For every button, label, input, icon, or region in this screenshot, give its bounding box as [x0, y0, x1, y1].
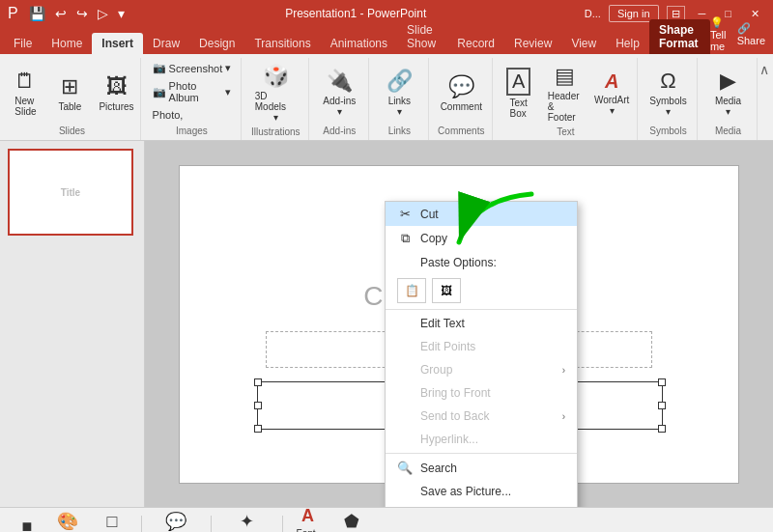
quick-access-present[interactable]: ▷: [95, 5, 111, 22]
tab-transitions[interactable]: Transitions: [244, 33, 320, 54]
links-dropdown[interactable]: ▾: [397, 106, 402, 117]
quick-access-undo[interactable]: ↩: [52, 5, 70, 22]
tab-record[interactable]: Record: [447, 33, 504, 54]
ctx-save-picture[interactable]: Save as Picture...: [386, 480, 577, 503]
group-arrow: ›: [562, 365, 565, 376]
search-icon: 🔍: [397, 461, 413, 475]
3dmodels-dropdown[interactable]: ▾: [273, 112, 278, 123]
photo-album-icon: 📷: [153, 86, 166, 98]
handle-ml[interactable]: [254, 402, 262, 409]
ctx-group: Group ›: [386, 358, 577, 381]
tab-slideshow[interactable]: Slide Show: [397, 19, 447, 54]
paste-option-keep-source[interactable]: 📋: [397, 278, 426, 303]
ribbon-group-comments: 💬 Comment Comments: [431, 58, 493, 140]
tab-home[interactable]: Home: [42, 33, 92, 54]
media-icon: ▶: [720, 69, 736, 94]
3dmodels-button[interactable]: 🎲 3D Models ▾: [249, 60, 302, 126]
toolbar-separator-1: [141, 516, 142, 533]
shape-effects-icon: ⬟: [344, 511, 359, 532]
addins-dropdown[interactable]: ▾: [337, 106, 342, 117]
handle-tl[interactable]: [254, 378, 262, 386]
slide-thumbnail[interactable]: Title: [8, 149, 133, 236]
ribbon-collapse[interactable]: ∧: [759, 58, 769, 140]
addins-label: Add-ins: [323, 96, 356, 106]
wordart-dropdown[interactable]: ▾: [610, 105, 615, 116]
pictures-label: Pictures: [99, 101, 133, 112]
toolbar-separator-2: [211, 516, 212, 533]
comment-button[interactable]: 💬 Comment: [435, 70, 488, 116]
ribbon-group-3dmodels: 🎲 3D Models ▾ Illustrations: [243, 58, 309, 140]
ctx-copy[interactable]: ⧉ Copy: [386, 226, 577, 251]
handle-br[interactable]: [658, 425, 666, 433]
handle-tr[interactable]: [658, 378, 666, 386]
ribbon-group-links: 🔗 Links ▾ Links: [371, 58, 429, 140]
bt-animation-styles-button[interactable]: ✦ AnimationStyles: [217, 508, 275, 533]
bt-new-comment-button[interactable]: 💬 NewComment: [148, 508, 205, 533]
3dmodels-content: 🎲 3D Models ▾: [249, 60, 302, 126]
new-slide-icon: 🗒: [14, 69, 36, 94]
pictures-icon: 🖼: [106, 74, 128, 99]
bt-outline-button[interactable]: □ Outline ▾: [89, 509, 135, 533]
wordart-label: WordArt: [594, 95, 630, 105]
bt-font-color-button[interactable]: A FontColor ▾: [289, 503, 328, 532]
screenshot-dropdown[interactable]: ▾: [225, 62, 231, 74]
ctx-edit-points: Edit Points: [386, 335, 577, 358]
tab-help[interactable]: Help: [606, 33, 649, 54]
3dmodels-label: 3D Models: [255, 91, 297, 112]
table-icon: ⊞: [61, 74, 78, 99]
tab-shape-format[interactable]: Shape Format: [649, 19, 710, 54]
wordart-button[interactable]: A WordArt ▾: [589, 67, 634, 120]
tell-me-text[interactable]: 💡 Tell me: [710, 16, 730, 52]
screenshot-icon: 📷: [153, 62, 166, 74]
media-label: Media: [715, 96, 741, 106]
addins-button[interactable]: 🔌 Add-ins ▾: [317, 65, 361, 121]
images-group-label: Images: [176, 126, 208, 138]
quick-access-more[interactable]: ▾: [115, 5, 128, 22]
photo-album-dropdown[interactable]: ▾: [225, 86, 231, 98]
tab-draw[interactable]: Draw: [143, 33, 189, 54]
ctx-translate[interactable]: 🌐 Translate: [386, 503, 577, 507]
ctx-group-label: Group: [420, 363, 452, 377]
handle-mr[interactable]: [658, 402, 666, 409]
bt-fill-button[interactable]: 🎨 Fill ▾: [48, 508, 87, 532]
sh-button[interactable]: Photo,: [149, 107, 187, 123]
bt-shape-effects-button[interactable]: ⬟ ShapeEffects: [329, 508, 374, 533]
quick-access-save[interactable]: 💾: [26, 5, 48, 22]
textbox-icon: A: [506, 68, 530, 96]
symbols-button[interactable]: Ω Symbols ▾: [644, 65, 692, 121]
handle-bl[interactable]: [254, 425, 262, 433]
tab-design[interactable]: Design: [189, 33, 244, 54]
tab-view[interactable]: View: [561, 33, 606, 54]
ctx-search[interactable]: 🔍 Search: [386, 456, 577, 480]
addins-group-label: Add-ins: [323, 126, 356, 138]
textbox-button[interactable]: A TextBox: [498, 64, 540, 123]
title-bar-left: P 💾 ↩ ↪ ▷ ▾: [8, 5, 128, 22]
media-button[interactable]: ▶ Media ▾: [707, 65, 750, 121]
headerfooter-button[interactable]: ▤ Header& Footer: [542, 60, 588, 126]
canvas-area[interactable]: Click to add title Click to add subtitle: [145, 141, 773, 507]
3dmodels-icon: 🎲: [263, 64, 289, 89]
tab-review[interactable]: Review: [504, 33, 561, 54]
addins-icon: 🔌: [327, 69, 353, 94]
tab-animations[interactable]: Animations: [321, 33, 397, 54]
screenshot-button[interactable]: 📷 Screenshot ▾: [149, 60, 236, 76]
photo-album-button[interactable]: 📷 Photo Album ▾: [149, 78, 236, 105]
symbols-dropdown[interactable]: ▾: [666, 106, 671, 117]
quick-access-redo[interactable]: ↪: [73, 5, 91, 22]
bt-new-comment-icon: 💬: [165, 511, 186, 532]
media-dropdown[interactable]: ▾: [726, 106, 730, 117]
table-button[interactable]: ⊞ Table: [48, 70, 91, 116]
ctx-cut[interactable]: ✂ Cut: [386, 202, 577, 226]
style-icon: ■: [22, 517, 33, 533]
pictures-button[interactable]: 🖼 Pictures: [93, 70, 139, 116]
share-button[interactable]: 🔗 Share: [737, 22, 765, 46]
bt-style-button[interactable]: ■ Style: [8, 514, 46, 533]
new-slide-label: NewSlide: [14, 96, 36, 117]
ctx-edit-text[interactable]: Edit Text: [386, 312, 577, 335]
main-area: 1 Title Click to add title Click to add …: [0, 141, 773, 507]
tab-file[interactable]: File: [4, 33, 42, 54]
paste-option-picture[interactable]: 🖼: [432, 278, 461, 303]
tab-insert[interactable]: Insert: [92, 33, 143, 54]
links-button[interactable]: 🔗 Links ▾: [378, 65, 420, 121]
new-slide-button[interactable]: 🗒 NewSlide: [4, 65, 46, 121]
